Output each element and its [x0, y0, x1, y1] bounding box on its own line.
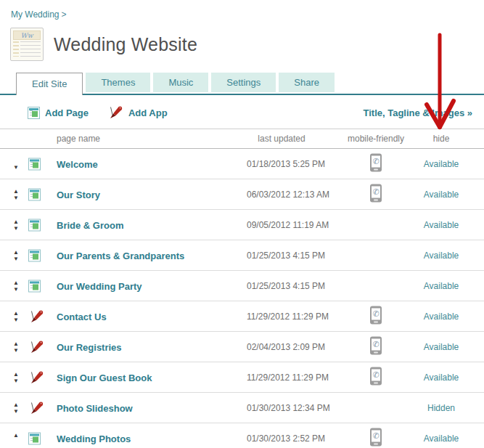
table-row: ▲ ▼ Bride & Groom 09/05/2012 11:19 AM ✆ …: [0, 210, 484, 240]
move-down-button[interactable]: ▼: [13, 286, 19, 293]
tab-settings[interactable]: Settings: [211, 73, 276, 92]
site-thumbnail-icon: Ww: [10, 28, 44, 61]
hide-status-link[interactable]: Available: [415, 190, 467, 200]
breadcrumb-separator: >: [61, 9, 66, 20]
table-row: ▲ ▼ Photo Slideshow 01/30/2013 12:34 PM …: [0, 393, 484, 423]
table-row: ▲ ▼ Welcome 01/18/2013 5:25 PM ✆ Availab…: [0, 149, 484, 179]
app-pencil-icon: [28, 370, 44, 386]
table-row: ▲ ▼ Our Wedding Party 01/25/2013 4:15 PM…: [0, 271, 484, 301]
tab-music[interactable]: Music: [153, 73, 208, 92]
page-icon: [28, 158, 41, 170]
mobile-friendly-icon: ✆: [370, 367, 382, 385]
hide-status-link[interactable]: Available: [415, 281, 467, 291]
add-app-label: Add App: [128, 107, 168, 118]
hide-status-link[interactable]: Available: [415, 342, 467, 352]
page-icon: [28, 219, 41, 231]
toolbar: Add Page Add App Title, Tagline & Images…: [0, 97, 484, 129]
last-updated-value: 01/25/2013 4:15 PM: [247, 251, 325, 261]
tab-themes[interactable]: Themes: [86, 73, 150, 92]
move-down-button[interactable]: ▼: [13, 347, 19, 354]
mobile-friendly-icon: ✆: [370, 184, 382, 202]
page-name-link[interactable]: Our Story: [57, 189, 100, 200]
last-updated-value: 01/30/2013 2:52 PM: [247, 433, 325, 444]
column-hide: hide: [415, 134, 467, 144]
page-icon: [28, 107, 40, 119]
move-up-button[interactable]: ▲: [13, 280, 19, 286]
page-name-link[interactable]: Sign Our Guest Book: [57, 372, 152, 383]
table-row: ▲ ▼ Sign Our Guest Book 11/29/2012 11:29…: [0, 362, 484, 393]
reorder-arrows: ▲ ▼: [10, 280, 22, 293]
reorder-arrows: ▲ ▼: [10, 249, 22, 262]
add-app-button[interactable]: Add App: [107, 105, 168, 121]
hide-status-link[interactable]: Available: [415, 433, 467, 444]
page-icon: [28, 188, 41, 200]
page-name-link[interactable]: Contact Us: [57, 311, 107, 322]
table-row: ▲ ▼ Our Story 06/03/2012 12:13 AM ✆ Avai…: [0, 179, 484, 210]
tab-share[interactable]: Share: [279, 73, 335, 92]
page-icon: [28, 432, 41, 444]
mobile-friendly-icon: ✆: [370, 306, 382, 324]
move-up-button[interactable]: ▲: [13, 402, 19, 408]
hide-status-link[interactable]: Hidden: [415, 403, 467, 413]
table-row: ▲ ▼ Our Parents & Grandparents 01/25/201…: [0, 240, 484, 271]
move-down-button[interactable]: ▼: [13, 256, 19, 262]
hide-status-link[interactable]: Available: [415, 372, 467, 383]
reorder-arrows: ▲ ▼: [10, 188, 22, 201]
mobile-friendly-icon: ✆: [370, 428, 382, 446]
mobile-friendly-icon: ✆: [370, 153, 382, 171]
move-up-button[interactable]: ▲: [13, 341, 19, 347]
move-up-button[interactable]: ▲: [13, 371, 19, 378]
page-name-link[interactable]: Welcome: [57, 158, 98, 169]
reorder-arrows: ▲ ▼: [10, 310, 22, 323]
move-up-button[interactable]: ▲: [13, 432, 19, 439]
last-updated-value: 11/29/2012 11:29 PM: [247, 372, 329, 383]
table-row: ▲ ▼ Contact Us 11/29/2012 11:29 PM ✆ Ava…: [0, 301, 484, 332]
move-up-button[interactable]: ▲: [13, 188, 19, 195]
page-title: Wedding Website: [54, 34, 197, 55]
table-row: ▲ ▼ Wedding Photos 01/30/2013 2:52 PM ✆ …: [0, 423, 484, 448]
move-down-button[interactable]: ▼: [13, 317, 19, 323]
move-down-button[interactable]: ▼: [13, 164, 19, 171]
hide-status-link[interactable]: Available: [415, 251, 467, 261]
page-name-link[interactable]: Bride & Groom: [57, 219, 123, 230]
move-up-button[interactable]: ▲: [13, 219, 19, 225]
reorder-arrows: ▲ ▼: [10, 432, 22, 445]
hide-status-link[interactable]: Available: [415, 220, 467, 230]
move-down-button[interactable]: ▼: [13, 195, 19, 201]
table-header: page name last updated mobile-friendly h…: [0, 129, 484, 149]
page-icon: [28, 280, 41, 292]
page-name-link[interactable]: Our Parents & Grandparents: [57, 250, 184, 261]
page-name-link[interactable]: Wedding Photos: [57, 433, 131, 444]
last-updated-value: 01/18/2013 5:25 PM: [247, 159, 325, 169]
title-tagline-images-link[interactable]: Title, Tagline & Images »: [363, 107, 472, 118]
app-pencil-icon: [28, 339, 44, 355]
move-down-button[interactable]: ▼: [13, 378, 19, 384]
table-row: ▲ ▼ Our Registries 02/04/2013 2:09 PM ✆ …: [0, 332, 484, 362]
add-page-button[interactable]: Add Page: [28, 107, 89, 119]
pencil-icon: [107, 105, 123, 121]
pages-table-body: ▲ ▼ Welcome 01/18/2013 5:25 PM ✆ Availab…: [0, 149, 484, 448]
mobile-friendly-icon: ✆: [370, 336, 382, 354]
move-down-button[interactable]: ▼: [13, 408, 19, 415]
last-updated-value: 11/29/2012 11:29 PM: [247, 311, 329, 322]
column-page-name: page name: [57, 134, 100, 144]
move-down-button[interactable]: ▼: [13, 225, 19, 232]
column-mobile-friendly: mobile-friendly: [338, 134, 414, 144]
page-name-link[interactable]: Our Registries: [57, 341, 122, 352]
move-up-button[interactable]: ▲: [13, 249, 19, 256]
page-name-link[interactable]: Our Wedding Party: [57, 280, 142, 291]
tab-edit-site[interactable]: Edit Site: [16, 73, 83, 95]
page-header: Ww Wedding Website: [10, 28, 484, 61]
hide-status-link[interactable]: Available: [415, 311, 467, 322]
page-name-link[interactable]: Photo Slideshow: [57, 402, 133, 413]
column-last-updated: last updated: [245, 134, 318, 144]
move-up-button[interactable]: ▲: [13, 310, 19, 317]
last-updated-value: 06/03/2012 12:13 AM: [247, 190, 329, 200]
reorder-arrows: ▲ ▼: [10, 371, 22, 384]
hide-status-link[interactable]: Available: [415, 159, 467, 169]
breadcrumb-my-wedding-link[interactable]: My Wedding: [11, 9, 59, 20]
last-updated-value: 01/30/2013 12:34 PM: [247, 403, 330, 413]
page-icon: [28, 249, 41, 261]
reorder-arrows: ▲ ▼: [10, 219, 22, 232]
reorder-arrows: ▲ ▼: [10, 158, 22, 171]
